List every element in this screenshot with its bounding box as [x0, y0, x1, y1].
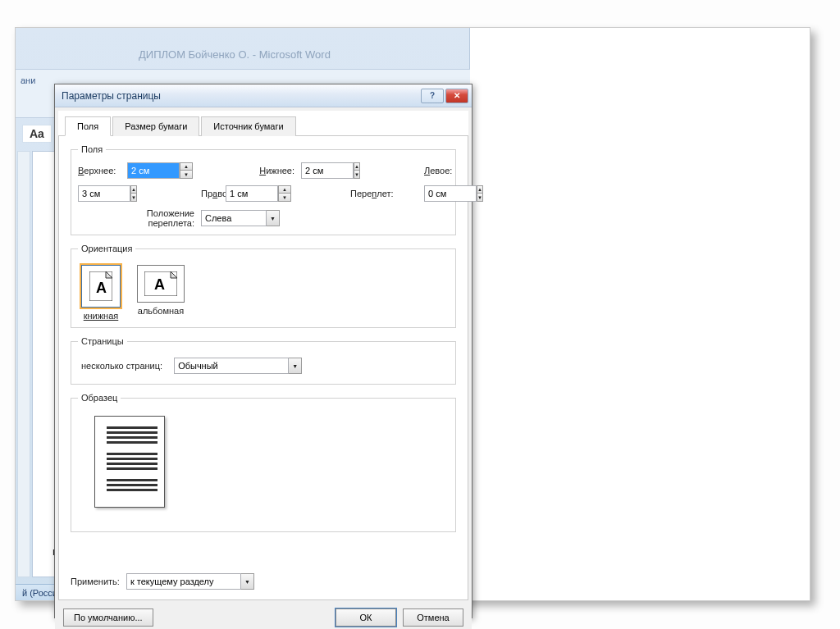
svg-text:A: A: [154, 276, 165, 293]
landscape-label: альбомная: [137, 306, 185, 316]
cancel-button[interactable]: Отмена: [403, 608, 463, 627]
gutter-pos-label: Положение переплета:: [127, 208, 201, 228]
slide-frame: ДИПЛОМ Бойченко О. - Microsoft Word ани …: [15, 27, 810, 601]
preview-legend: Образец: [78, 393, 121, 403]
gutter-spin-down[interactable]: ▼: [477, 194, 483, 202]
gutter-pos-select[interactable]: [201, 210, 267, 226]
gutter-input[interactable]: [424, 185, 477, 202]
gutter-spin-up[interactable]: ▲: [477, 185, 483, 194]
left-spin-up[interactable]: ▲: [130, 185, 137, 194]
tab-margins[interactable]: Поля: [65, 116, 111, 136]
right-spin-down[interactable]: ▼: [278, 194, 291, 202]
margins-legend: Поля: [78, 144, 106, 154]
apply-row: Применить: ▼: [71, 573, 254, 590]
top-spin-down[interactable]: ▼: [180, 171, 193, 179]
multi-pages-dropdown-btn[interactable]: ▼: [289, 358, 302, 374]
apply-select[interactable]: [126, 573, 241, 590]
orientation-landscape[interactable]: A альбомная: [137, 265, 185, 321]
gutter-pos-dropdown-btn[interactable]: ▼: [267, 210, 280, 226]
dialog-title: Параметры страницы: [62, 90, 421, 102]
top-label: Верхнее:: [78, 166, 127, 175]
left-spin-down[interactable]: ▼: [130, 194, 137, 202]
landscape-icon: A: [137, 265, 185, 303]
preview-page-icon: [94, 416, 165, 508]
orientation-portrait[interactable]: A книжная: [81, 265, 121, 321]
portrait-icon: A: [81, 265, 121, 308]
bottom-spin-up[interactable]: ▲: [354, 162, 360, 171]
multi-pages-label: несколько страниц:: [81, 361, 162, 371]
right-label: Правое:: [201, 189, 226, 198]
pages-legend: Страницы: [78, 336, 127, 346]
tab-paper-size[interactable]: Размер бумаги: [112, 116, 199, 136]
app-title: ДИПЛОМ Бойченко О. - Microsoft Word: [139, 48, 331, 61]
bottom-input[interactable]: [301, 162, 354, 179]
bottom-spin-down[interactable]: ▼: [354, 171, 360, 179]
left-label: Левое:: [424, 166, 449, 175]
pages-group: Страницы несколько страниц: ▼: [71, 336, 456, 385]
right-input[interactable]: [226, 185, 278, 202]
close-button[interactable]: ✕: [445, 89, 468, 103]
orientation-group: Ориентация A книжная A альбомная: [71, 244, 456, 328]
page-setup-dialog: Параметры страницы ? ✕ Поля Размер бумаг…: [54, 84, 472, 618]
gutter-label: Переплет:: [350, 189, 424, 198]
tab-body: Поля Верхнее: ▲▼ Нижнее: ▲▼ Левое:: [58, 136, 468, 600]
portrait-label: книжная: [81, 311, 121, 321]
preview-group: Образец: [71, 393, 456, 532]
right-spin-up[interactable]: ▲: [278, 185, 291, 194]
multi-pages-select[interactable]: [174, 358, 289, 374]
vertical-ruler: [17, 151, 30, 577]
apply-dropdown-btn[interactable]: ▼: [241, 573, 254, 590]
left-input[interactable]: [78, 185, 130, 202]
top-input[interactable]: [127, 162, 180, 179]
bottom-label: Нижнее:: [226, 166, 301, 175]
margins-group: Поля Верхнее: ▲▼ Нижнее: ▲▼ Левое:: [71, 144, 456, 235]
dialog-button-row: По умолчанию... ОК Отмена: [55, 604, 472, 629]
ribbon-fragment: ани: [16, 74, 40, 87]
svg-text:A: A: [96, 280, 107, 296]
dialog-titlebar: Параметры страницы ? ✕: [55, 84, 472, 107]
orientation-legend: Ориентация: [78, 244, 135, 253]
tab-paper-source[interactable]: Источник бумаги: [201, 116, 295, 136]
tab-strip: Поля Размер бумаги Источник бумаги: [58, 111, 468, 136]
font-style-sample: Aa: [22, 125, 52, 143]
top-spin-up[interactable]: ▲: [180, 162, 193, 171]
apply-label: Применить:: [71, 577, 120, 586]
help-button[interactable]: ?: [421, 89, 444, 103]
default-button[interactable]: По умолчанию...: [63, 608, 153, 627]
ok-button[interactable]: ОК: [336, 608, 396, 627]
